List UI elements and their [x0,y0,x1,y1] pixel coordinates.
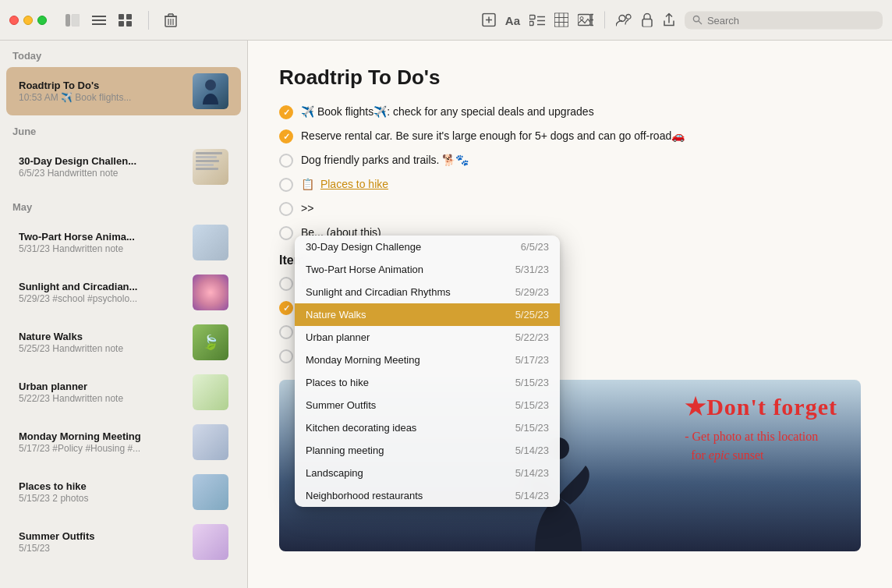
toolbar-separator [604,12,605,29]
note-info: Monday Morning Meeting 5/17/23 #Policy #… [19,430,185,454]
new-note-icon[interactable] [482,13,496,27]
todo-checkbox-3[interactable] [279,154,293,168]
note-item-horse[interactable]: Two-Part Horse Anima... 5/31/23 Handwrit… [6,218,241,267]
note-thumbnail-nature: 🍃 [193,324,228,360]
dropdown-item-title-11: Neighborhood restaurants [306,490,423,501]
dropdown-item-10[interactable]: Landscaping 5/14/23 [295,462,560,484]
places-to-hike-link[interactable]: Places to hike [320,178,388,190]
svg-rect-7 [119,21,124,27]
dropdown-item-6[interactable]: Places to hike 5/15/23 [295,371,560,394]
note-title: Places to hike [19,480,185,492]
right-toolbar: Aa [482,11,883,29]
todo-checkbox-6[interactable] [279,226,293,240]
note-item-outfits[interactable]: Summer Outfits 5/15/23 [6,518,241,566]
todo-checkbox-4[interactable] [279,178,293,192]
sidebar-toggle-icon[interactable] [65,14,80,27]
minimize-button[interactable] [23,16,33,25]
note-item-urban[interactable]: Urban planner 5/22/23 Handwritten note [6,368,241,416]
title-bar: Aa [0,0,892,41]
sub-checkbox-2[interactable] [279,301,293,315]
note-item-sunlight[interactable]: Sunlight and Circadian... 5/29/23 #schoo… [6,268,241,317]
dropdown-item-2[interactable]: Sunlight and Circadian Rhythms 5/29/23 [295,281,560,303]
note-meta: 6/5/23 Handwritten note [19,168,185,179]
section-label-june: June [0,116,247,142]
dropdown-item-0[interactable]: 30-Day Design Challenge 6/5/23 [295,236,560,258]
dropdown-item-date-7: 5/15/23 [515,399,549,411]
handwriting-area: ★Don't forget - Get photo at this locati… [685,394,837,465]
sub-checkbox-4[interactable] [279,349,293,363]
note-thumbnail-sunlight [193,275,228,310]
dropdown-item-date-6: 5/15/23 [515,377,549,388]
note-meta: 5/15/23 2 photos [19,493,185,504]
todo-item-2: Reserve rental car. Be sure it's large e… [279,128,861,144]
note-info: Sunlight and Circadian... 5/29/23 #schoo… [19,281,185,304]
note-title: 30-Day Design Challen... [19,155,185,167]
note-info: Nature Walks 5/25/23 Handwritten note [19,331,185,354]
note-title: Roadtrip To Do's [19,80,185,91]
svg-rect-24 [529,22,533,26]
search-input[interactable] [707,14,875,26]
dont-forget-text: ★Don't forget [685,394,837,420]
sidebar: Today Roadtrip To Do's 10:53 AM ✈️ Book … [0,41,248,588]
dropdown-item-1[interactable]: Two-Part Horse Animation 5/31/23 [295,258,560,281]
checklist-icon[interactable] [529,13,545,27]
note-item-design[interactable]: 30-Day Design Challen... 6/5/23 Handwrit… [6,143,241,191]
dropdown-item-9[interactable]: Planning meeting 5/14/23 [295,439,560,462]
note-thumbnail-design [193,149,228,185]
note-title: Two-Part Horse Anima... [19,231,185,243]
dropdown-item-4[interactable]: Urban planner 5/22/23 [295,326,560,349]
fullscreen-button[interactable] [37,16,47,25]
collaborate-icon[interactable] [616,13,632,27]
autocomplete-dropdown[interactable]: 30-Day Design Challenge 6/5/23 Two-Part … [295,236,560,507]
note-item-roadtrip[interactable]: Roadtrip To Do's 10:53 AM ✈️ Book flight… [6,67,241,115]
note-title: Urban planner [19,381,185,392]
note-thumbnail-meeting [193,424,228,460]
note-content: Roadtrip To Do's ✈️ Book flights✈️: chec… [248,41,892,588]
note-item-nature[interactable]: Nature Walks 5/25/23 Handwritten note 🍃 [6,318,241,367]
note-meta: 5/29/23 #school #psycholo... [19,293,185,304]
grid-view-icon[interactable] [119,14,133,27]
search-bar[interactable] [685,11,883,29]
table-icon[interactable] [554,13,568,27]
lock-icon[interactable] [641,13,653,27]
media-icon[interactable] [578,13,593,27]
dropdown-item-title-9: Planning meeting [306,445,384,456]
todo-checkbox-5[interactable] [279,202,293,216]
note-item-meeting[interactable]: Monday Morning Meeting 5/17/23 #Policy #… [6,418,241,466]
dropdown-item-title-3: Nature Walks [306,309,366,321]
dropdown-item-date-1: 5/31/23 [515,264,549,275]
note-info: Roadtrip To Do's 10:53 AM ✈️ Book flight… [19,80,185,103]
todo-item-3: Dog friendly parks and trails. 🐕🐾 [279,152,861,168]
share-icon[interactable] [663,13,675,27]
sub-checkbox-3[interactable] [279,325,293,339]
note-meta: 5/31/23 Handwritten note [19,243,185,254]
section-label-today: Today [0,41,247,66]
dropdown-item-5[interactable]: Monday Morning Meeting 5/17/23 [295,349,560,371]
list-view-icon[interactable] [92,14,106,27]
traffic-lights [9,16,47,25]
dropdown-item-3[interactable]: Nature Walks 5/25/23 [295,303,560,326]
sub-checkbox-1[interactable] [279,277,293,291]
note-meta: 5/22/23 Handwritten note [19,393,185,404]
font-icon[interactable]: Aa [505,13,520,27]
svg-rect-25 [554,13,568,27]
dropdown-item-date-4: 5/22/23 [515,331,549,343]
note-info: Summer Outfits 5/15/23 [19,530,185,554]
dropdown-item-8[interactable]: Kitchen decorating ideas 5/15/23 [295,416,560,439]
todo-item-1: ✈️ Book flights✈️: check for any special… [279,104,861,120]
dropdown-item-date-5: 5/17/23 [515,354,549,366]
dropdown-item-11[interactable]: Neighborhood restaurants 5/14/23 [295,484,560,507]
note-item-places[interactable]: Places to hike 5/15/23 2 photos [6,468,241,516]
dropdown-item-date-8: 5/15/23 [515,422,549,434]
dropdown-item-title-1: Two-Part Horse Animation [306,264,423,275]
trash-icon[interactable] [165,13,177,27]
image-sub-text: - Get photo at this location for epic su… [685,427,837,465]
todo-checkbox-1[interactable] [279,105,293,119]
note-thumbnail-places [193,474,228,510]
svg-point-41 [205,80,216,90]
todo-item-4: 📋 Places to hike [279,176,861,193]
close-button[interactable] [9,16,19,25]
dropdown-item-7[interactable]: Summer Outfits 5/15/23 [295,394,560,416]
todo-checkbox-2[interactable] [279,129,293,143]
dropdown-item-date-2: 5/29/23 [515,286,549,298]
